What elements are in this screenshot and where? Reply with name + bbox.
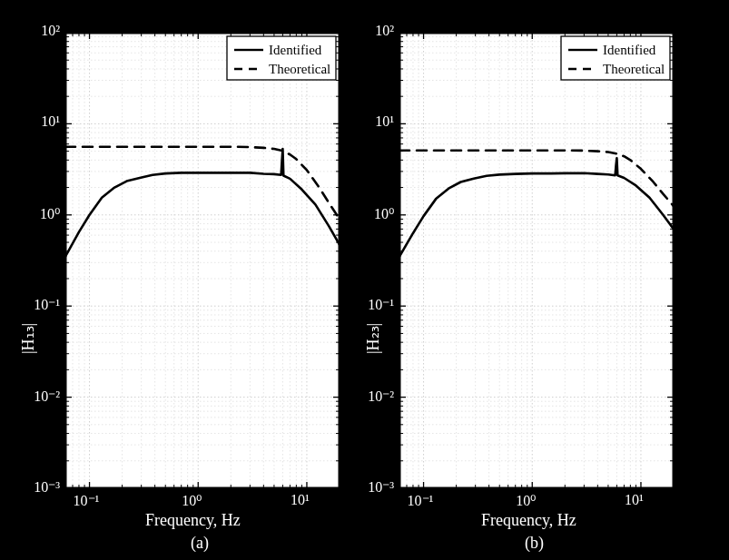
ytick-label: 10⁻² <box>34 388 60 405</box>
xtick-label: 10⁻¹ <box>74 492 100 509</box>
ytick-label: 10² <box>41 23 60 39</box>
subplot-label-a: (a) <box>191 534 209 553</box>
figure-canvas: IdentifiedTheoretical 10⁻³10⁻²10⁻¹10⁰10¹… <box>0 0 729 560</box>
subplot-label-b: (b) <box>525 534 544 553</box>
subplot-label-a-text: (a) <box>191 534 209 552</box>
ylabel-left: |H₁₃| <box>18 323 38 354</box>
subplot-right: IdentifiedTheoretical <box>399 33 674 488</box>
subplot-label-b-text: (b) <box>525 534 544 552</box>
xtick-label: 10⁻¹ <box>408 492 434 509</box>
svg-rect-210 <box>66 34 340 488</box>
xtick-label: 10⁰ <box>516 492 536 509</box>
ytick-label: 10⁰ <box>374 205 394 222</box>
ytick-label: 10⁻¹ <box>368 296 394 313</box>
svg-rect-426 <box>400 34 674 488</box>
subplot-left: IdentifiedTheoretical <box>65 33 340 488</box>
svg-text:Theoretical: Theoretical <box>603 62 665 76</box>
ytick-label: 10¹ <box>375 113 394 130</box>
ytick-label: 10¹ <box>41 113 60 130</box>
xtick-label: 10⁰ <box>182 492 202 509</box>
ytick-label: 10² <box>375 23 394 39</box>
svg-text:Identified: Identified <box>603 43 656 57</box>
xlabel-left: Frequency, Hz <box>145 511 241 530</box>
ytick-label: 10⁻³ <box>34 478 60 496</box>
ytick-label: 10⁰ <box>40 205 60 222</box>
xtick-label: 10¹ <box>291 492 310 508</box>
svg-text:Identified: Identified <box>269 43 322 57</box>
ytick-label: 10⁻³ <box>368 478 394 496</box>
ylabel-left-text: |H₁₃| <box>19 323 37 354</box>
xtick-label: 10¹ <box>625 492 644 508</box>
ytick-label: 10⁻¹ <box>34 296 60 313</box>
xlabel-left-text: Frequency, Hz <box>145 511 241 529</box>
ylabel-right-text: |H₂₃| <box>364 323 382 354</box>
ylabel-right: |H₂₃| <box>363 323 383 354</box>
xlabel-right: Frequency, Hz <box>481 511 576 530</box>
svg-text:Theoretical: Theoretical <box>269 62 330 76</box>
ytick-label: 10⁻² <box>368 388 394 405</box>
xlabel-right-text: Frequency, Hz <box>481 511 576 529</box>
